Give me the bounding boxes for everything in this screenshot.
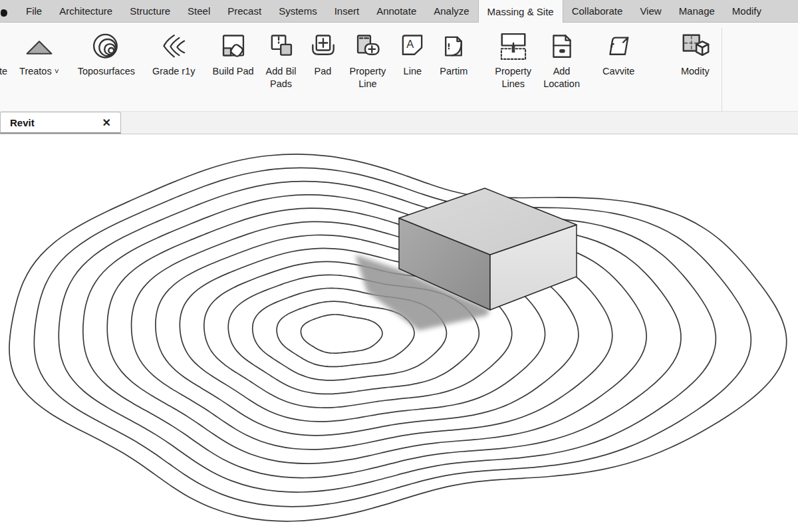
folded-paper-icon: [604, 28, 633, 65]
ribbon-button-label: Toposurfaces: [78, 65, 135, 78]
site-plan-view[interactable]: [0, 134, 798, 532]
ribbon-button-label: PropertyLine: [350, 65, 386, 90]
ribbon-button-add-location[interactable]: AddLocation: [537, 27, 586, 92]
property-lines-icon: [498, 28, 529, 65]
pad-plus-icon: [309, 28, 338, 65]
folded-sheet-icon: [439, 28, 468, 65]
menu-item-massing-site[interactable]: Massing & Site: [478, 0, 563, 23]
ribbon-button-label: Treatos ˅: [19, 65, 59, 78]
menu-item-annotate[interactable]: Annotate: [368, 0, 425, 22]
cursor-dot: [1, 9, 7, 17]
menu-item-architecture[interactable]: Architecture: [51, 0, 121, 22]
add-pads-icon: [267, 28, 296, 65]
ribbon-button-label: AddLocation: [543, 65, 580, 90]
ribbon-button-label: PropertyLines: [495, 65, 531, 90]
ribbon-button-label: Cavvite: [602, 65, 634, 78]
ribbon-button-cavvite[interactable]: Cavvite: [597, 27, 640, 79]
ribbon-button-build-pad[interactable]: Build Pad: [206, 27, 259, 79]
ribbon-button-label: Build Pad: [212, 65, 253, 78]
svg-text:A: A: [407, 38, 414, 50]
ribbon-button-label: Pad: [315, 65, 332, 78]
menu-item-modify[interactable]: Modify: [724, 0, 770, 22]
ribbon-buttons: reateTreatos ˅ToposurfacesGrade r1yBuild…: [0, 23, 798, 92]
cube-pad-icon: [680, 28, 710, 65]
ribbon-button-label: Grade r1y: [152, 65, 195, 78]
ribbon-button-toposurfaces[interactable]: Toposurfaces: [72, 27, 141, 79]
ribbon: reateTreatos ˅ToposurfacesGrade r1yBuild…: [0, 23, 798, 112]
ribbon-button-grade[interactable]: Grade r1y: [146, 27, 201, 79]
ribbon-button-treatos[interactable]: Treatos ˅: [13, 27, 65, 80]
menu-item-structure[interactable]: Structure: [121, 0, 179, 22]
ribbon-button-label: Modity: [681, 65, 710, 78]
grade-chevrons-icon: [159, 28, 188, 65]
close-icon[interactable]: ✕: [102, 116, 111, 129]
menu-item-precast[interactable]: Precast: [219, 0, 270, 22]
ribbon-button-partim[interactable]: Partim: [433, 27, 474, 79]
ribbon-button-line[interactable]: ALine: [392, 27, 433, 79]
property-line-icon: [353, 28, 382, 65]
triangle-icon: [24, 28, 55, 65]
ribbon-button-pad[interactable]: Pad: [303, 27, 344, 79]
ribbon-button-modity[interactable]: Modity: [674, 27, 716, 79]
menu-item-collaborate[interactable]: Collaborate: [563, 0, 632, 22]
ribbon-button-label: Line: [404, 65, 422, 78]
letter-a-sheet-icon: A: [398, 28, 427, 65]
menu-item-file[interactable]: File: [17, 0, 51, 22]
chevron-down-icon: ˅: [55, 67, 59, 76]
build-pad-icon: [219, 28, 248, 65]
menu-item-insert[interactable]: Insert: [326, 0, 368, 22]
document-tab-label: Revit: [10, 117, 35, 128]
ribbon-button-create[interactable]: reate: [0, 27, 13, 79]
ribbon-button-add-bil-pads[interactable]: Add BilPads: [260, 27, 303, 92]
topo-contour-lines[interactable]: [9, 154, 787, 521]
drawing-canvas[interactable]: [0, 134, 798, 532]
toposurface-icon: [92, 28, 121, 65]
menu-item-view[interactable]: View: [631, 0, 670, 22]
document-tab-strip: Revit ✕: [0, 112, 798, 134]
menu-item-analyze[interactable]: Analyze: [425, 0, 477, 22]
ribbon-button-label: Partim: [440, 65, 467, 78]
menu-item-systems[interactable]: Systems: [270, 0, 326, 22]
menu-bar: FileArchitectureStructureSteelPrecastSys…: [0, 0, 798, 23]
file-box-icon: [547, 28, 577, 65]
ribbon-button-property-lines[interactable]: PropertyLines: [489, 27, 537, 92]
ribbon-button-label: Add BilPads: [266, 65, 297, 90]
menu-item-steel[interactable]: Steel: [179, 0, 219, 22]
hatch-lines-icon: [0, 28, 1, 65]
document-tab-revit[interactable]: Revit ✕: [0, 112, 121, 134]
ribbon-button-label: reate: [0, 65, 7, 78]
menu-item-manage[interactable]: Manage: [670, 0, 724, 22]
ribbon-button-property-line[interactable]: PropertyLine: [344, 27, 392, 92]
